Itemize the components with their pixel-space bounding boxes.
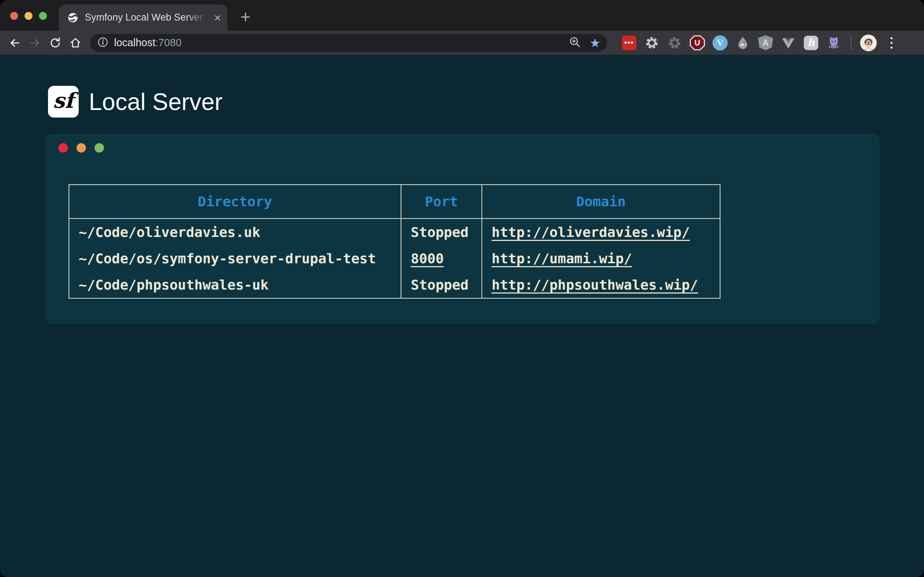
servers-table: Directory Port Domain ~/Code/oliverdavie… (69, 184, 720, 298)
vimium-extension-icon[interactable]: V (712, 35, 728, 50)
angular-extension-icon[interactable]: A (758, 35, 773, 50)
honey-extension-icon[interactable]: h (803, 35, 819, 50)
directory-cell: ~/Code/phpsouthwales-uk (69, 272, 401, 298)
lastpass-extension-icon[interactable]: ••• (622, 35, 637, 50)
terminal-dot-orange (76, 143, 86, 153)
domain-link[interactable]: http://umami.wip/ (492, 251, 632, 266)
url-host: localhost (114, 37, 155, 48)
back-button[interactable] (6, 35, 23, 51)
terminal-dot-red (58, 143, 68, 153)
reload-icon (49, 36, 62, 49)
browser-window: Symfony Local Web Server: Prox × + (0, 0, 924, 577)
table-row: ~/Code/os/symfony-server-drupal-test 800… (69, 245, 720, 272)
port-status-cell: Stopped (401, 272, 482, 298)
ublock-extension-icon[interactable]: U (690, 35, 705, 50)
window-controls (10, 12, 47, 20)
forward-button[interactable] (27, 35, 43, 51)
port-status-cell: Stopped (401, 219, 482, 245)
address-bar[interactable]: localhost:7080 ★ (90, 34, 607, 52)
column-header-directory: Directory (69, 185, 401, 219)
page-title: Local Server (89, 88, 223, 115)
terminal-window-dots (58, 143, 880, 153)
vue-extension-icon[interactable] (781, 35, 796, 50)
page-header: sf Local Server (48, 86, 924, 118)
home-button[interactable] (67, 35, 84, 51)
tab-close-icon[interactable]: × (214, 12, 221, 23)
directory-cell: ~/Code/oliverdavies.uk (69, 219, 401, 245)
symfony-logo-text: sf (53, 89, 74, 113)
column-header-domain: Domain (482, 185, 720, 219)
domain-link[interactable]: http://phpsouthwales.wip/ (492, 277, 698, 293)
home-icon (69, 36, 82, 49)
drupal-extension-icon[interactable] (735, 35, 750, 50)
column-header-port: Port (401, 185, 482, 219)
zoom-indicator-icon[interactable] (569, 36, 581, 50)
domain-cell: http://oliverdavies.wip/ (482, 219, 720, 245)
directory-cell: ~/Code/os/symfony-server-drupal-test (69, 245, 401, 272)
new-tab-button[interactable]: + (235, 6, 255, 27)
tab-title: Symfony Local Web Server: Prox (85, 12, 209, 23)
terminal-dot-green (95, 143, 104, 153)
page-content: sf Local Server Directory Port Domain (0, 55, 924, 577)
domain-cell: http://phpsouthwales.wip/ (482, 272, 720, 298)
server-terminal-card: Directory Port Domain ~/Code/oliverdavie… (46, 134, 880, 324)
window-zoom-button[interactable] (39, 12, 47, 20)
browser-tab-active[interactable]: Symfony Local Web Server: Prox × (59, 4, 228, 31)
browser-toolbar: localhost:7080 ★ ••• (0, 31, 924, 55)
forward-arrow-icon (29, 36, 42, 49)
port-link[interactable]: 8000 (411, 251, 444, 266)
url-text: localhost:7080 (114, 37, 181, 49)
octotree-extension-icon[interactable] (826, 35, 842, 50)
domain-link[interactable]: http://oliverdavies.wip/ (492, 224, 690, 240)
table-header-row: Directory Port Domain (69, 185, 720, 219)
table-row: ~/Code/phpsouthwales-uk Stopped http://p… (69, 272, 720, 298)
reload-button[interactable] (47, 35, 63, 51)
url-port: :7080 (155, 37, 181, 48)
gear-light-extension-icon[interactable] (644, 35, 659, 50)
table-row: ~/Code/oliverdavies.uk Stopped http://ol… (69, 219, 720, 245)
window-close-button[interactable] (10, 12, 18, 20)
back-arrow-icon (8, 36, 21, 49)
tab-strip: Symfony Local Web Server: Prox × + (0, 0, 924, 31)
symfony-logo: sf (48, 86, 79, 118)
port-status-cell: 8000 (401, 245, 482, 272)
bookmark-star-icon[interactable]: ★ (590, 37, 601, 49)
gear-dark-extension-icon[interactable] (667, 35, 682, 50)
browser-menu-kebab-icon[interactable] (886, 37, 897, 49)
page-info-icon[interactable] (97, 37, 108, 49)
globe-favicon-icon (68, 12, 78, 23)
window-minimize-button[interactable] (24, 12, 32, 20)
profile-avatar[interactable] (860, 35, 877, 51)
toolbar-divider (851, 36, 851, 50)
domain-cell: http://umami.wip/ (482, 245, 720, 272)
